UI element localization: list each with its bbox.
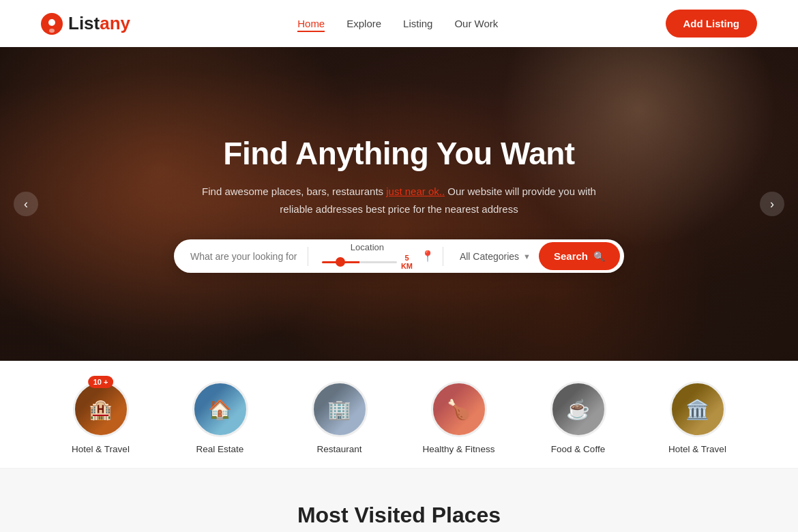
add-listing-button[interactable]: Add Listing [666, 10, 758, 38]
search-divider [308, 247, 308, 266]
location-section: Location 5 KM [316, 242, 418, 270]
search-bar: Location 5 KM 📍 All Categories ▼ Search … [174, 239, 624, 273]
search-button[interactable]: Search 🔍 [539, 242, 620, 270]
restaurant-icon: 🏢 [314, 383, 366, 435]
hero-prev-button[interactable]: ‹ [14, 192, 38, 216]
most-visited-section: Most Visited Places Some great addresses… [0, 469, 798, 532]
svg-point-2 [49, 29, 55, 33]
search-button-label: Search [554, 250, 588, 262]
real-estate-icon: 🏠 [194, 383, 246, 435]
hero-subtitle-link[interactable]: just near ok.. [386, 186, 445, 197]
category-item-restaurant[interactable]: 🏢 Restaurant [280, 381, 399, 454]
nav-links: Home Explore Listing Our Work [297, 18, 498, 30]
hotel-travel-icon: 🏨 [75, 383, 127, 435]
hero-next-button[interactable]: › [760, 192, 784, 216]
hotel-travel-2-icon: 🏛️ [672, 383, 724, 435]
category-item-healthy[interactable]: 🍗 Healthy & Fitness [399, 381, 518, 454]
hero-title: Find Anything You Want [174, 135, 624, 172]
most-visited-header: Most Visited Places Some great addresses… [41, 503, 757, 532]
categories-label: All Categories [460, 251, 519, 262]
category-circle-healthy: 🍗 [431, 381, 487, 437]
category-badge: 10 + [88, 376, 114, 388]
navbar: Listany Home Explore Listing Our Work Ad… [0, 0, 798, 47]
category-label-real-estate: Real Estate [196, 444, 244, 454]
category-item-real-estate[interactable]: 🏠 Real Estate [160, 381, 280, 454]
hero-section: ‹ › Find Anything You Want Find awesome … [0, 47, 798, 361]
search-icon: 🔍 [593, 251, 605, 262]
category-label-restaurant: Restaurant [316, 444, 361, 454]
hero-subtitle: Find awesome places, bars, restaurants j… [201, 183, 597, 218]
category-item-hotel-travel[interactable]: 10 + 🏨 Hotel & Travel [41, 381, 160, 454]
hero-content: Find Anything You Want Find awesome plac… [147, 135, 651, 273]
category-label-hotel-travel: Hotel & Travel [72, 444, 130, 454]
category-circle-hotel-travel: 🏨 [73, 381, 129, 437]
category-label-hotel-travel-2: Hotel & Travel [668, 444, 726, 454]
location-label: Location [322, 242, 413, 252]
location-slider-row: 5 KM [322, 254, 413, 270]
distance-slider[interactable] [322, 261, 397, 263]
hero-subtitle-text1: Find awesome places, bars, restaurants [202, 186, 383, 197]
logo[interactable]: Listany [41, 13, 130, 35]
category-item-food-coffee[interactable]: ☕ Food & Coffe [518, 381, 638, 454]
search-divider-2 [443, 247, 443, 266]
search-input[interactable] [190, 251, 299, 262]
category-circle-food-coffee: ☕ [550, 381, 606, 437]
nav-our-work[interactable]: Our Work [454, 18, 498, 29]
food-coffee-icon: ☕ [552, 383, 604, 435]
nav-explore[interactable]: Explore [346, 18, 381, 29]
category-circle-real-estate: 🏠 [192, 381, 248, 437]
category-circle-hotel-travel-2: 🏛️ [670, 381, 726, 437]
categories-strip: 10 + 🏨 Hotel & Travel 🏠 Real Estate 🏢 Re… [0, 361, 798, 469]
category-label-healthy: Healthy & Fitness [423, 444, 495, 454]
most-visited-title: Most Visited Places [41, 503, 757, 528]
healthy-icon: 🍗 [433, 383, 485, 435]
logo-text: Listany [68, 13, 130, 34]
location-pin-icon: 📍 [421, 250, 434, 263]
category-circle-restaurant: 🏢 [312, 381, 368, 437]
km-label: 5 KM [401, 254, 413, 270]
chevron-down-icon: ▼ [523, 252, 531, 261]
logo-icon [41, 13, 63, 35]
categories-dropdown[interactable]: All Categories ▼ [452, 251, 539, 262]
category-label-food-coffee: Food & Coffe [551, 444, 605, 454]
nav-home[interactable]: Home [297, 18, 325, 32]
category-item-hotel-travel-2[interactable]: 🏛️ Hotel & Travel [638, 381, 757, 454]
nav-listing[interactable]: Listing [403, 18, 432, 29]
